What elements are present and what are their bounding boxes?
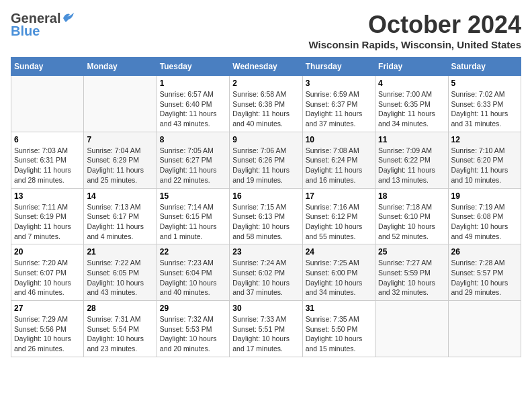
day-info: Sunrise: 7:05 AMSunset: 6:27 PMDaylight:… [160, 146, 226, 185]
calendar-cell: 27Sunrise: 7:29 AMSunset: 5:56 PMDayligh… [11, 301, 84, 357]
calendar-cell: 17Sunrise: 7:16 AMSunset: 6:12 PMDayligh… [302, 188, 375, 244]
day-info: Sunrise: 7:32 AMSunset: 5:53 PMDaylight:… [160, 314, 226, 354]
calendar-cell: 1Sunrise: 6:57 AMSunset: 6:40 PMDaylight… [157, 76, 229, 132]
calendar-cell [448, 301, 521, 357]
calendar-cell: 30Sunrise: 7:33 AMSunset: 5:51 PMDayligh… [230, 301, 302, 357]
day-info: Sunrise: 7:00 AMSunset: 6:35 PMDaylight:… [378, 89, 445, 129]
weekday-header-sunday: Sunday [11, 58, 84, 76]
day-info: Sunrise: 7:13 AMSunset: 6:17 PMDaylight:… [87, 202, 153, 242]
logo: General Blue [11, 11, 77, 39]
calendar-cell [375, 301, 448, 357]
calendar-cell [11, 76, 84, 132]
day-number: 24 [306, 247, 372, 257]
weekday-header-saturday: Saturday [448, 58, 521, 76]
day-info: Sunrise: 7:20 AMSunset: 6:07 PMDaylight:… [14, 258, 81, 298]
day-info: Sunrise: 7:27 AMSunset: 5:59 PMDaylight:… [378, 258, 445, 298]
day-info: Sunrise: 7:02 AMSunset: 6:33 PMDaylight:… [451, 89, 518, 129]
calendar-cell: 18Sunrise: 7:18 AMSunset: 6:10 PMDayligh… [375, 188, 448, 244]
day-info: Sunrise: 7:06 AMSunset: 6:26 PMDaylight:… [232, 146, 299, 185]
calendar-cell: 21Sunrise: 7:22 AMSunset: 6:05 PMDayligh… [84, 244, 157, 301]
day-number: 6 [14, 135, 81, 144]
day-number: 29 [160, 304, 226, 313]
day-number: 17 [306, 191, 372, 201]
day-info: Sunrise: 7:22 AMSunset: 6:05 PMDaylight:… [87, 258, 153, 298]
day-number: 31 [306, 304, 372, 313]
day-number: 7 [87, 135, 153, 144]
calendar-cell: 6Sunrise: 7:03 AMSunset: 6:31 PMDaylight… [11, 132, 84, 188]
day-number: 18 [378, 191, 445, 201]
weekday-header-wednesday: Wednesday [230, 58, 302, 76]
day-info: Sunrise: 7:15 AMSunset: 6:13 PMDaylight:… [232, 202, 299, 242]
day-number: 10 [306, 135, 372, 144]
day-number: 11 [378, 135, 445, 144]
calendar-cell: 5Sunrise: 7:02 AMSunset: 6:33 PMDaylight… [448, 76, 521, 132]
day-info: Sunrise: 7:03 AMSunset: 6:31 PMDaylight:… [14, 146, 81, 185]
day-number: 4 [378, 79, 445, 88]
weekday-header-friday: Friday [375, 58, 448, 76]
day-number: 5 [451, 79, 518, 88]
day-number: 27 [14, 304, 81, 313]
calendar-cell: 29Sunrise: 7:32 AMSunset: 5:53 PMDayligh… [157, 301, 229, 357]
weekday-header-tuesday: Tuesday [157, 58, 229, 76]
calendar-cell: 22Sunrise: 7:23 AMSunset: 6:04 PMDayligh… [157, 244, 229, 301]
logo-blue: Blue [11, 24, 40, 39]
day-info: Sunrise: 7:31 AMSunset: 5:54 PMDaylight:… [87, 314, 153, 354]
day-number: 12 [451, 135, 518, 144]
calendar-cell: 13Sunrise: 7:11 AMSunset: 6:19 PMDayligh… [11, 188, 84, 244]
title-area: October 2024 Wisconsin Rapids, Wisconsin… [309, 11, 521, 50]
calendar-cell: 28Sunrise: 7:31 AMSunset: 5:54 PMDayligh… [84, 301, 157, 357]
day-number: 23 [232, 247, 299, 257]
calendar-cell: 16Sunrise: 7:15 AMSunset: 6:13 PMDayligh… [230, 188, 302, 244]
day-info: Sunrise: 7:08 AMSunset: 6:24 PMDaylight:… [306, 146, 372, 185]
calendar-cell: 8Sunrise: 7:05 AMSunset: 6:27 PMDaylight… [157, 132, 229, 188]
calendar-cell: 3Sunrise: 6:59 AMSunset: 6:37 PMDaylight… [302, 76, 375, 132]
calendar-cell: 4Sunrise: 7:00 AMSunset: 6:35 PMDaylight… [375, 76, 448, 132]
calendar-week-row: 20Sunrise: 7:20 AMSunset: 6:07 PMDayligh… [11, 244, 521, 301]
calendar-cell: 24Sunrise: 7:25 AMSunset: 6:00 PMDayligh… [302, 244, 375, 301]
calendar-cell: 23Sunrise: 7:24 AMSunset: 6:02 PMDayligh… [230, 244, 302, 301]
day-info: Sunrise: 6:57 AMSunset: 6:40 PMDaylight:… [160, 89, 226, 129]
day-number: 15 [160, 191, 226, 201]
weekday-header-monday: Monday [84, 58, 157, 76]
day-info: Sunrise: 7:25 AMSunset: 6:00 PMDaylight:… [306, 258, 372, 298]
day-number: 14 [87, 191, 153, 201]
page-header: General Blue October 2024 Wisconsin Rapi… [11, 11, 521, 50]
calendar-cell: 7Sunrise: 7:04 AMSunset: 6:29 PMDaylight… [84, 132, 157, 188]
day-number: 8 [160, 135, 226, 144]
day-info: Sunrise: 7:28 AMSunset: 5:57 PMDaylight:… [451, 258, 518, 298]
day-info: Sunrise: 7:10 AMSunset: 6:20 PMDaylight:… [451, 146, 518, 185]
day-info: Sunrise: 7:23 AMSunset: 6:04 PMDaylight:… [160, 258, 226, 298]
calendar-cell: 25Sunrise: 7:27 AMSunset: 5:59 PMDayligh… [375, 244, 448, 301]
day-number: 19 [451, 191, 518, 201]
calendar-cell: 2Sunrise: 6:58 AMSunset: 6:38 PMDaylight… [230, 76, 302, 132]
day-number: 1 [160, 79, 226, 88]
calendar-week-row: 6Sunrise: 7:03 AMSunset: 6:31 PMDaylight… [11, 132, 521, 188]
day-number: 22 [160, 247, 226, 257]
day-number: 13 [14, 191, 81, 201]
day-number: 20 [14, 247, 81, 257]
day-info: Sunrise: 7:16 AMSunset: 6:12 PMDaylight:… [306, 202, 372, 242]
calendar-cell: 31Sunrise: 7:35 AMSunset: 5:50 PMDayligh… [302, 301, 375, 357]
calendar-cell: 11Sunrise: 7:09 AMSunset: 6:22 PMDayligh… [375, 132, 448, 188]
day-number: 30 [232, 304, 299, 313]
day-number: 25 [378, 247, 445, 257]
calendar-cell: 19Sunrise: 7:19 AMSunset: 6:08 PMDayligh… [448, 188, 521, 244]
day-info: Sunrise: 7:35 AMSunset: 5:50 PMDaylight:… [306, 314, 372, 354]
calendar-table: SundayMondayTuesdayWednesdayThursdayFrid… [11, 57, 521, 357]
location-title: Wisconsin Rapids, Wisconsin, United Stat… [309, 39, 521, 50]
day-number: 3 [306, 79, 372, 88]
day-info: Sunrise: 6:58 AMSunset: 6:38 PMDaylight:… [232, 89, 299, 129]
calendar-week-row: 27Sunrise: 7:29 AMSunset: 5:56 PMDayligh… [11, 301, 521, 357]
day-number: 28 [87, 304, 153, 313]
calendar-cell: 9Sunrise: 7:06 AMSunset: 6:26 PMDaylight… [230, 132, 302, 188]
day-number: 21 [87, 247, 153, 257]
calendar-cell: 26Sunrise: 7:28 AMSunset: 5:57 PMDayligh… [448, 244, 521, 301]
day-info: Sunrise: 7:24 AMSunset: 6:02 PMDaylight:… [232, 258, 299, 298]
weekday-header-thursday: Thursday [302, 58, 375, 76]
calendar-week-row: 1Sunrise: 6:57 AMSunset: 6:40 PMDaylight… [11, 76, 521, 132]
calendar-header-row: SundayMondayTuesdayWednesdayThursdayFrid… [11, 58, 521, 76]
day-info: Sunrise: 7:19 AMSunset: 6:08 PMDaylight:… [451, 202, 518, 242]
calendar-week-row: 13Sunrise: 7:11 AMSunset: 6:19 PMDayligh… [11, 188, 521, 244]
day-info: Sunrise: 7:18 AMSunset: 6:10 PMDaylight:… [378, 202, 445, 242]
day-number: 26 [451, 247, 518, 257]
